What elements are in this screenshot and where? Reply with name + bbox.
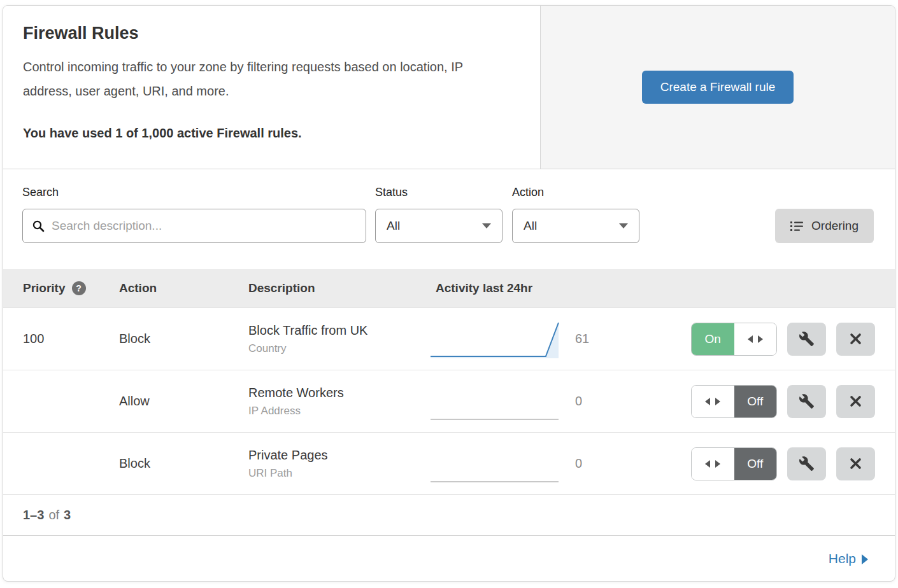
rule-description: Private Pages (248, 448, 429, 463)
search-icon (32, 220, 45, 233)
activity-count: 61 (575, 332, 589, 346)
search-group: Search (22, 186, 375, 243)
rule-enabled-toggle[interactable]: Off (691, 447, 777, 480)
column-priority: Priority ? (3, 281, 119, 295)
toggle-grip-icon (734, 323, 777, 355)
rule-description: Block Traffic from UK (248, 323, 429, 338)
firewall-rules-card: Firewall Rules Control incoming traffic … (3, 5, 895, 582)
description-cell: Private Pages URI Path (248, 448, 429, 480)
rule-controls: On (691, 323, 875, 356)
action-selected-value: All (524, 219, 537, 233)
help-link-label: Help (829, 551, 856, 566)
create-rule-panel: Create a Firewall rule (541, 6, 895, 169)
toggle-state-label: On (692, 323, 734, 355)
wrench-icon (799, 331, 815, 347)
page-title: Firewall Rules (23, 24, 518, 43)
priority-help-icon[interactable]: ? (72, 281, 86, 295)
pagination-range: 1–3 (23, 508, 44, 522)
close-icon (850, 458, 862, 470)
delete-rule-button[interactable] (836, 447, 875, 480)
close-icon (850, 333, 862, 345)
table-header: Priority ? Action Description Activity l… (3, 269, 895, 307)
delete-rule-button[interactable] (836, 323, 875, 356)
right-triangle-icon (862, 554, 868, 564)
toggle-grip-icon (692, 448, 734, 480)
page-header: Firewall Rules Control incoming traffic … (3, 6, 895, 169)
create-firewall-rule-button[interactable]: Create a Firewall rule (642, 71, 794, 104)
action-cell: Block (119, 332, 248, 346)
activity-sparkline (429, 444, 560, 484)
chevron-down-icon (619, 223, 628, 228)
rule-enabled-toggle[interactable]: On (691, 323, 777, 356)
activity-count: 0 (575, 394, 582, 408)
description-cell: Block Traffic from UK Country (248, 323, 429, 355)
ordering-button-label: Ordering (811, 219, 859, 233)
activity-count: 0 (575, 456, 582, 470)
rules-table: Priority ? Action Description Activity l… (3, 269, 895, 494)
pagination-of: of (48, 508, 59, 522)
priority-cell: 100 (3, 332, 119, 346)
close-icon (850, 395, 862, 407)
ordering-button[interactable]: Ordering (775, 209, 874, 243)
toggle-state-label: Off (734, 448, 777, 480)
search-label: Search (22, 186, 375, 199)
table-row: Block Private Pages URI Path 0 Off (3, 432, 895, 494)
action-cell: Allow (119, 394, 248, 409)
status-group: Status All (375, 186, 512, 243)
filters-bar: Search Status All Action All (3, 169, 895, 269)
activity-count-cell: 61 (560, 332, 674, 346)
pagination-bar: 1–3 of 3 (3, 494, 895, 536)
action-group: Action All (512, 186, 649, 243)
page-description: Control incoming traffic to your zone by… (23, 55, 513, 103)
help-link[interactable]: Help (829, 551, 868, 566)
column-action: Action (119, 281, 248, 295)
status-select[interactable]: All (375, 209, 502, 243)
activity-count-cell: 0 (560, 394, 674, 409)
rule-type: URI Path (248, 467, 429, 480)
wrench-icon (799, 393, 815, 409)
rule-controls: Off (691, 385, 875, 418)
rule-enabled-toggle[interactable]: Off (691, 385, 777, 418)
activity-sparkline (429, 319, 560, 359)
usage-note: You have used 1 of 1,000 active Firewall… (23, 126, 518, 141)
chevron-down-icon (482, 223, 491, 228)
table-row: Allow Remote Workers IP Address 0 Off (3, 370, 895, 432)
rule-type: IP Address (248, 405, 429, 417)
wrench-icon (799, 456, 815, 472)
intro-panel: Firewall Rules Control incoming traffic … (3, 6, 541, 169)
delete-rule-button[interactable] (836, 385, 875, 418)
ordering-list-icon (790, 221, 804, 232)
search-input[interactable] (52, 219, 357, 233)
help-bar: Help (3, 536, 895, 581)
toggle-grip-icon (692, 386, 734, 417)
priority-header-label: Priority (23, 281, 66, 295)
edit-rule-button[interactable] (787, 385, 826, 418)
edit-rule-button[interactable] (787, 447, 826, 480)
column-description: Description (248, 281, 429, 295)
edit-rule-button[interactable] (787, 323, 826, 356)
table-row: 100 Block Block Traffic from UK Country … (3, 307, 895, 370)
search-box (22, 209, 366, 243)
activity-sparkline (429, 382, 560, 421)
description-cell: Remote Workers IP Address (248, 386, 429, 417)
action-label: Action (512, 186, 649, 199)
column-activity: Activity last 24hr (429, 281, 532, 295)
action-select[interactable]: All (512, 209, 639, 243)
rule-description: Remote Workers (248, 386, 429, 400)
toggle-state-label: Off (734, 386, 777, 417)
rule-controls: Off (691, 447, 875, 480)
pagination-total: 3 (64, 508, 71, 522)
activity-count-cell: 0 (560, 456, 674, 471)
status-label: Status (375, 186, 512, 199)
action-cell: Block (119, 456, 248, 471)
status-selected-value: All (387, 219, 400, 233)
rule-type: Country (248, 342, 429, 355)
